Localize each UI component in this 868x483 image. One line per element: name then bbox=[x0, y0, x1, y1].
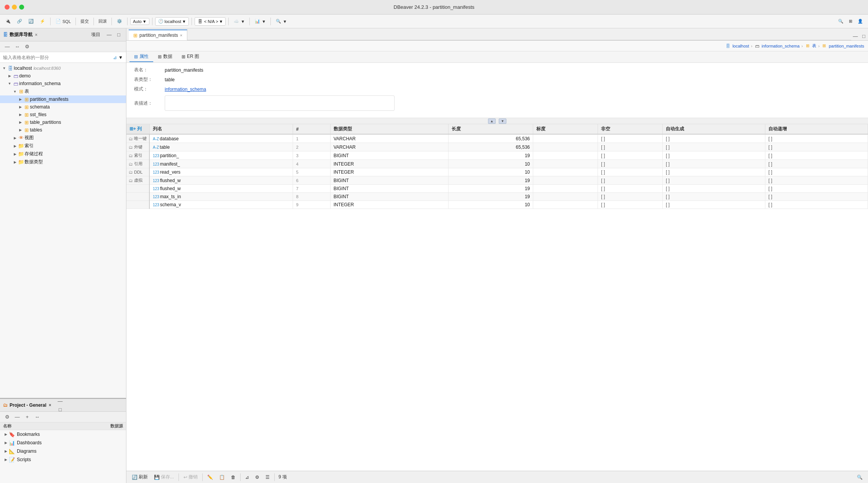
copy-btn[interactable]: 📋 bbox=[217, 474, 227, 481]
table-row[interactable]: 🗂引用123manifest_4INTEGER10[ ][ ][ ] bbox=[126, 160, 868, 168]
tab-close-btn[interactable]: × bbox=[180, 33, 182, 38]
info-schema-expand-arrow[interactable]: ▼ bbox=[7, 82, 12, 85]
project-nav-btn[interactable]: ↔ bbox=[33, 413, 41, 421]
tab-maximize-btn[interactable]: □ bbox=[860, 32, 868, 40]
project-item-bookmarks[interactable]: ▶ 🔖 Bookmarks bbox=[0, 430, 126, 439]
scripts-arrow[interactable]: ▶ bbox=[3, 458, 8, 462]
tree-item-index[interactable]: ▶ 📁 索引 bbox=[0, 142, 126, 150]
sst-files-expand-arrow[interactable]: ▶ bbox=[18, 113, 23, 117]
index-expand-arrow[interactable]: ▶ bbox=[12, 144, 18, 148]
nav-settings-btn[interactable]: ⚙ bbox=[23, 43, 31, 51]
tree-item-information-schema[interactable]: ▼ 🗃 information_schema bbox=[0, 80, 126, 87]
project-remove-btn[interactable]: — bbox=[13, 413, 21, 421]
view-btn[interactable]: 📊 ▼ bbox=[252, 18, 268, 25]
tab-partition-manifests[interactable]: ⊞ partition_manifests × bbox=[129, 30, 187, 40]
tree-item-views[interactable]: ▶ 👁 视图 bbox=[0, 134, 126, 142]
schemata-expand-arrow[interactable]: ▶ bbox=[18, 105, 23, 109]
project-add-btn[interactable]: + bbox=[23, 413, 31, 421]
tree-item-schemata[interactable]: ▶ ⊞ schemata bbox=[0, 103, 126, 111]
link-with-editor-btn[interactable]: ↔ bbox=[13, 43, 21, 51]
db-combo[interactable]: 🗄 < N/A > ▼ bbox=[195, 17, 226, 26]
table-row[interactable]: 🗂外键A-Ztable2VARCHAR65,536[ ][ ][ ] bbox=[126, 143, 868, 151]
tree-item-tables[interactable]: ▶ ⊞ tables bbox=[0, 126, 126, 134]
localhost-expand-arrow[interactable]: ▼ bbox=[2, 66, 7, 70]
collapse-all-btn[interactable]: — bbox=[3, 43, 11, 51]
order-btn[interactable]: ☰ bbox=[263, 474, 272, 481]
diagrams-arrow[interactable]: ▶ bbox=[3, 449, 8, 453]
cloud-btn[interactable]: ☁️ ▼ bbox=[231, 18, 247, 25]
minimize-panel-btn[interactable]: — bbox=[105, 31, 113, 39]
sub-tab-data[interactable]: ⊞ 数据 bbox=[153, 52, 177, 62]
collapse-up-btn[interactable]: ▲ bbox=[488, 118, 496, 124]
dashboards-arrow[interactable]: ▶ bbox=[3, 441, 8, 445]
left-nav-item-4[interactable]: 🗂DDL bbox=[129, 170, 147, 174]
sub-tab-properties[interactable]: ⊞ 属性 bbox=[129, 52, 153, 62]
search-toolbar-btn[interactable]: 🔍 ▼ bbox=[274, 18, 289, 25]
schema-prop-value[interactable]: information_schema bbox=[165, 87, 206, 92]
settings-btn[interactable]: ⚙ bbox=[253, 474, 262, 481]
breadcrumb-localhost[interactable]: localhost bbox=[732, 44, 749, 48]
demo-expand-arrow[interactable]: ▶ bbox=[7, 74, 12, 78]
procedures-expand-arrow[interactable]: ▶ bbox=[12, 152, 18, 156]
grid-view-btn[interactable]: ⊞ bbox=[847, 18, 854, 25]
table-row[interactable]: 🗂DDL123read_vers5INTEGER10[ ][ ][ ] bbox=[126, 168, 868, 176]
sql-btn[interactable]: 📄 SQL bbox=[53, 18, 73, 25]
connect-btn[interactable]: 🔗 bbox=[15, 18, 25, 25]
add-column-icon[interactable]: ⊞+ 列 bbox=[129, 126, 142, 131]
table-row[interactable]: 🗂唯一键A-Zdatabase1VARCHAR65,536[ ][ ][ ] bbox=[126, 134, 868, 143]
partition-manifests-expand-arrow[interactable]: ▶ bbox=[18, 97, 23, 101]
transaction-mode[interactable]: Auto ▼ bbox=[130, 18, 149, 25]
tables-expand-arrow[interactable]: ▶ bbox=[18, 128, 23, 132]
left-nav-item-0[interactable]: 🗂唯一键 bbox=[129, 136, 147, 141]
tree-item-table-partitions[interactable]: ▶ ⊞ table_partitions bbox=[0, 118, 126, 126]
table-row[interactable]: 123max_ts_in8BIGINT19[ ][ ][ ] bbox=[126, 193, 868, 201]
rollback-btn[interactable]: 回滚 bbox=[97, 18, 109, 25]
table-row[interactable]: 🗂虚拟123flushed_w6BIGINT19[ ][ ][ ] bbox=[126, 176, 868, 185]
edit-btn[interactable]: ✏️ bbox=[205, 474, 215, 481]
user-btn[interactable]: 👤 bbox=[856, 18, 865, 25]
left-nav-item-1[interactable]: 🗂外键 bbox=[129, 144, 147, 150]
collapse-down-btn[interactable]: ▼ bbox=[499, 118, 506, 124]
tree-item-demo[interactable]: ▶ 🗃 demo bbox=[0, 72, 126, 80]
tree-item-tables-group[interactable]: ▼ ⊞ 表 bbox=[0, 87, 126, 95]
breadcrumb-table-label[interactable]: 表 bbox=[812, 43, 816, 49]
minimize-traffic-light[interactable] bbox=[12, 5, 17, 10]
format-btn[interactable]: ⚙️ bbox=[115, 18, 124, 25]
views-expand-arrow[interactable]: ▶ bbox=[12, 136, 18, 140]
save-btn[interactable]: 💾 保存... bbox=[152, 473, 176, 481]
new-connection-btn[interactable]: 🔌 bbox=[3, 18, 13, 25]
delete-btn[interactable]: 🗑 bbox=[229, 474, 238, 481]
project-settings-btn[interactable]: ⚙ bbox=[3, 413, 11, 421]
refresh-btn[interactable]: 🔄 刷新 bbox=[129, 473, 150, 481]
sub-tab-er[interactable]: ⊞ ER 图 bbox=[177, 52, 204, 62]
tab-minimize-btn[interactable]: — bbox=[851, 32, 860, 40]
left-nav-item-3[interactable]: 🗂引用 bbox=[129, 161, 147, 167]
table-row[interactable]: 123flushed_w7BIGINT19[ ][ ][ ] bbox=[126, 185, 868, 193]
tree-item-localhost[interactable]: ▼ 🗄 localhost localhost:8360 bbox=[0, 64, 126, 72]
close-traffic-light[interactable] bbox=[5, 5, 10, 10]
tree-item-procedures[interactable]: ▶ 📁 存储过程 bbox=[0, 150, 126, 158]
table-row[interactable]: 🗂索引123partition_3BIGINT19[ ][ ][ ] bbox=[126, 151, 868, 160]
refresh-nav-btn[interactable]: 🔄 bbox=[26, 18, 36, 25]
search-bottom-btn[interactable]: 🔍 bbox=[855, 474, 865, 481]
desc-textarea[interactable] bbox=[165, 95, 395, 111]
project-minimize-btn[interactable]: — bbox=[56, 397, 64, 405]
table-partitions-expand-arrow[interactable]: ▶ bbox=[18, 120, 23, 124]
tree-item-datatypes[interactable]: ▶ 📁 数据类型 bbox=[0, 158, 126, 166]
table-row[interactable]: 123schema_v9INTEGER10[ ][ ][ ] bbox=[126, 201, 868, 209]
project-item-dashboards[interactable]: ▶ 📊 Dashboards bbox=[0, 439, 126, 447]
fullscreen-traffic-light[interactable] bbox=[19, 5, 24, 10]
left-nav-item-5[interactable]: 🗂虚拟 bbox=[129, 177, 147, 183]
breadcrumb-table-name[interactable]: partition_manifests bbox=[829, 44, 864, 48]
tree-item-sst-files[interactable]: ▶ ⊞ sst_files bbox=[0, 111, 126, 118]
breadcrumb-schema[interactable]: information_schema bbox=[762, 44, 799, 48]
localhost-combo[interactable]: 🕐 localhost ▼ bbox=[155, 17, 189, 26]
disconnect-btn[interactable]: ⚡ bbox=[38, 18, 47, 25]
filter-icon[interactable]: ⊿ bbox=[113, 55, 117, 60]
project-item-diagrams[interactable]: ▶ 📐 Diagrams bbox=[0, 447, 126, 455]
tables-group-expand-arrow[interactable]: ▼ bbox=[12, 90, 18, 94]
columns-table-wrapper[interactable]: ⊞+ 列 列名 # 数据类型 长度 标度 非空 自动生成 自动递增 bbox=[126, 124, 868, 471]
tree-item-partition-manifests[interactable]: ▶ ⊞ partition_manifests bbox=[0, 95, 126, 103]
left-nav-item-2[interactable]: 🗂索引 bbox=[129, 153, 147, 158]
bookmarks-arrow[interactable]: ▶ bbox=[3, 432, 8, 436]
